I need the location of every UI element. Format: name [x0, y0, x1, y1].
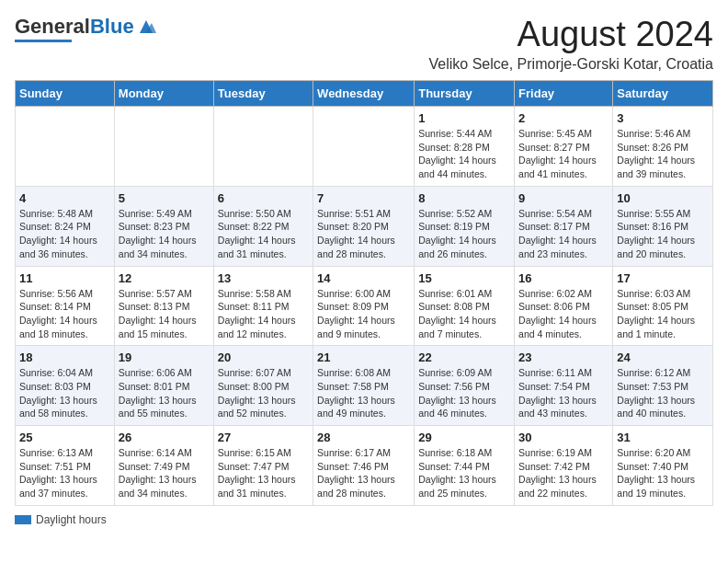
day-number: 12: [119, 271, 210, 285]
calendar-cell: 25Sunrise: 6:13 AM Sunset: 7:51 PM Dayli…: [16, 426, 115, 506]
calendar-cell: 4Sunrise: 5:48 AM Sunset: 8:24 PM Daylig…: [16, 186, 115, 266]
day-info: Sunrise: 5:55 AM Sunset: 8:16 PM Dayligh…: [617, 207, 709, 261]
calendar-cell: 7Sunrise: 5:51 AM Sunset: 8:20 PM Daylig…: [313, 186, 415, 266]
calendar-cell: 12Sunrise: 5:57 AM Sunset: 8:13 PM Dayli…: [114, 266, 213, 346]
calendar-cell: 21Sunrise: 6:08 AM Sunset: 7:58 PM Dayli…: [313, 346, 415, 426]
calendar-week-row: 4Sunrise: 5:48 AM Sunset: 8:24 PM Daylig…: [16, 186, 713, 266]
calendar-cell: 15Sunrise: 6:01 AM Sunset: 8:08 PM Dayli…: [415, 266, 515, 346]
calendar-cell: 30Sunrise: 6:19 AM Sunset: 7:42 PM Dayli…: [515, 426, 613, 506]
day-info: Sunrise: 5:58 AM Sunset: 8:11 PM Dayligh…: [218, 287, 309, 341]
month-title: August 2024: [429, 15, 713, 54]
day-info: Sunrise: 6:08 AM Sunset: 7:58 PM Dayligh…: [317, 366, 410, 420]
calendar-cell: 6Sunrise: 5:50 AM Sunset: 8:22 PM Daylig…: [213, 186, 313, 266]
day-number: 31: [617, 431, 709, 444]
calendar-header-monday: Monday: [114, 81, 213, 107]
calendar-cell: 18Sunrise: 6:04 AM Sunset: 8:03 PM Dayli…: [16, 346, 115, 426]
calendar-cell: 31Sunrise: 6:20 AM Sunset: 7:40 PM Dayli…: [613, 426, 713, 506]
day-number: 24: [617, 350, 709, 364]
day-number: 22: [418, 350, 510, 364]
day-number: 18: [19, 350, 110, 364]
calendar-week-row: 18Sunrise: 6:04 AM Sunset: 8:03 PM Dayli…: [16, 346, 713, 426]
day-info: Sunrise: 6:02 AM Sunset: 8:06 PM Dayligh…: [518, 287, 609, 341]
calendar-header-row: SundayMondayTuesdayWednesdayThursdayFrid…: [16, 81, 713, 107]
day-number: 21: [317, 350, 410, 364]
calendar-cell: 10Sunrise: 5:55 AM Sunset: 8:16 PM Dayli…: [613, 186, 713, 266]
calendar-header-tuesday: Tuesday: [213, 81, 313, 107]
calendar-cell: [16, 107, 115, 187]
day-info: Sunrise: 6:20 AM Sunset: 7:40 PM Dayligh…: [617, 446, 709, 500]
calendar-cell: 9Sunrise: 5:54 AM Sunset: 8:17 PM Daylig…: [515, 186, 613, 266]
calendar-cell: 3Sunrise: 5:46 AM Sunset: 8:26 PM Daylig…: [613, 107, 713, 187]
day-number: 7: [317, 191, 410, 205]
day-info: Sunrise: 6:04 AM Sunset: 8:03 PM Dayligh…: [19, 366, 110, 420]
day-number: 29: [418, 431, 510, 444]
calendar-cell: 27Sunrise: 6:15 AM Sunset: 7:47 PM Dayli…: [213, 426, 313, 506]
day-number: 28: [317, 431, 410, 444]
day-info: Sunrise: 6:00 AM Sunset: 8:09 PM Dayligh…: [317, 287, 410, 341]
day-info: Sunrise: 5:44 AM Sunset: 8:28 PM Dayligh…: [418, 127, 510, 181]
day-number: 16: [518, 271, 609, 285]
day-info: Sunrise: 6:01 AM Sunset: 8:08 PM Dayligh…: [418, 287, 510, 341]
logo: General Blue: [15, 15, 156, 42]
logo-general: General: [15, 15, 90, 39]
calendar-cell: 1Sunrise: 5:44 AM Sunset: 8:28 PM Daylig…: [415, 107, 515, 187]
logo-underline: [15, 40, 72, 42]
daylight-swatch: [15, 515, 31, 524]
day-info: Sunrise: 5:48 AM Sunset: 8:24 PM Dayligh…: [19, 207, 110, 261]
day-number: 17: [617, 271, 709, 285]
calendar-cell: [213, 107, 313, 187]
day-number: 30: [518, 431, 609, 444]
day-info: Sunrise: 6:15 AM Sunset: 7:47 PM Dayligh…: [218, 446, 309, 500]
logo-blue: Blue: [90, 15, 134, 39]
calendar-header-saturday: Saturday: [613, 81, 713, 107]
logo-icon: [136, 17, 156, 37]
day-info: Sunrise: 5:46 AM Sunset: 8:26 PM Dayligh…: [617, 127, 709, 181]
day-number: 27: [218, 431, 309, 444]
day-number: 13: [218, 271, 309, 285]
day-info: Sunrise: 6:11 AM Sunset: 7:54 PM Dayligh…: [518, 366, 609, 420]
day-info: Sunrise: 5:50 AM Sunset: 8:22 PM Dayligh…: [218, 207, 309, 261]
calendar-week-row: 25Sunrise: 6:13 AM Sunset: 7:51 PM Dayli…: [16, 426, 713, 506]
day-number: 3: [617, 111, 709, 125]
day-info: Sunrise: 6:06 AM Sunset: 8:01 PM Dayligh…: [119, 366, 210, 420]
day-info: Sunrise: 6:19 AM Sunset: 7:42 PM Dayligh…: [518, 446, 609, 500]
calendar-cell: 28Sunrise: 6:17 AM Sunset: 7:46 PM Dayli…: [313, 426, 415, 506]
day-number: 4: [19, 191, 110, 205]
day-info: Sunrise: 6:14 AM Sunset: 7:49 PM Dayligh…: [119, 446, 210, 500]
day-number: 11: [19, 271, 110, 285]
day-number: 8: [418, 191, 510, 205]
calendar-cell: 19Sunrise: 6:06 AM Sunset: 8:01 PM Dayli…: [114, 346, 213, 426]
day-number: 26: [119, 431, 210, 444]
day-number: 20: [218, 350, 309, 364]
day-number: 19: [119, 350, 210, 364]
day-info: Sunrise: 6:13 AM Sunset: 7:51 PM Dayligh…: [19, 446, 110, 500]
calendar-cell: 5Sunrise: 5:49 AM Sunset: 8:23 PM Daylig…: [114, 186, 213, 266]
day-number: 2: [518, 111, 609, 125]
calendar-header-thursday: Thursday: [415, 81, 515, 107]
location-title: Veliko Selce, Primorje-Gorski Kotar, Cro…: [429, 56, 713, 73]
calendar-cell: [313, 107, 415, 187]
day-info: Sunrise: 6:18 AM Sunset: 7:44 PM Dayligh…: [418, 446, 510, 500]
calendar-cell: 2Sunrise: 5:45 AM Sunset: 8:27 PM Daylig…: [515, 107, 613, 187]
day-info: Sunrise: 6:09 AM Sunset: 7:56 PM Dayligh…: [418, 366, 510, 420]
footer-bar: Daylight hours: [15, 513, 713, 526]
day-number: 5: [119, 191, 210, 205]
calendar-week-row: 1Sunrise: 5:44 AM Sunset: 8:28 PM Daylig…: [16, 107, 713, 187]
calendar-cell: 16Sunrise: 6:02 AM Sunset: 8:06 PM Dayli…: [515, 266, 613, 346]
title-block: August 2024 Veliko Selce, Primorje-Gorsk…: [429, 15, 713, 73]
calendar-cell: 20Sunrise: 6:07 AM Sunset: 8:00 PM Dayli…: [213, 346, 313, 426]
calendar-table: SundayMondayTuesdayWednesdayThursdayFrid…: [15, 80, 713, 506]
day-info: Sunrise: 5:56 AM Sunset: 8:14 PM Dayligh…: [19, 287, 110, 341]
calendar-cell: 17Sunrise: 6:03 AM Sunset: 8:05 PM Dayli…: [613, 266, 713, 346]
calendar-header-friday: Friday: [515, 81, 613, 107]
day-number: 23: [518, 350, 609, 364]
day-info: Sunrise: 5:51 AM Sunset: 8:20 PM Dayligh…: [317, 207, 410, 261]
day-number: 9: [518, 191, 609, 205]
day-info: Sunrise: 5:54 AM Sunset: 8:17 PM Dayligh…: [518, 207, 609, 261]
day-info: Sunrise: 6:17 AM Sunset: 7:46 PM Dayligh…: [317, 446, 410, 500]
day-number: 6: [218, 191, 309, 205]
day-info: Sunrise: 6:03 AM Sunset: 8:05 PM Dayligh…: [617, 287, 709, 341]
calendar-header-wednesday: Wednesday: [313, 81, 415, 107]
calendar-cell: 29Sunrise: 6:18 AM Sunset: 7:44 PM Dayli…: [415, 426, 515, 506]
calendar-cell: 8Sunrise: 5:52 AM Sunset: 8:19 PM Daylig…: [415, 186, 515, 266]
